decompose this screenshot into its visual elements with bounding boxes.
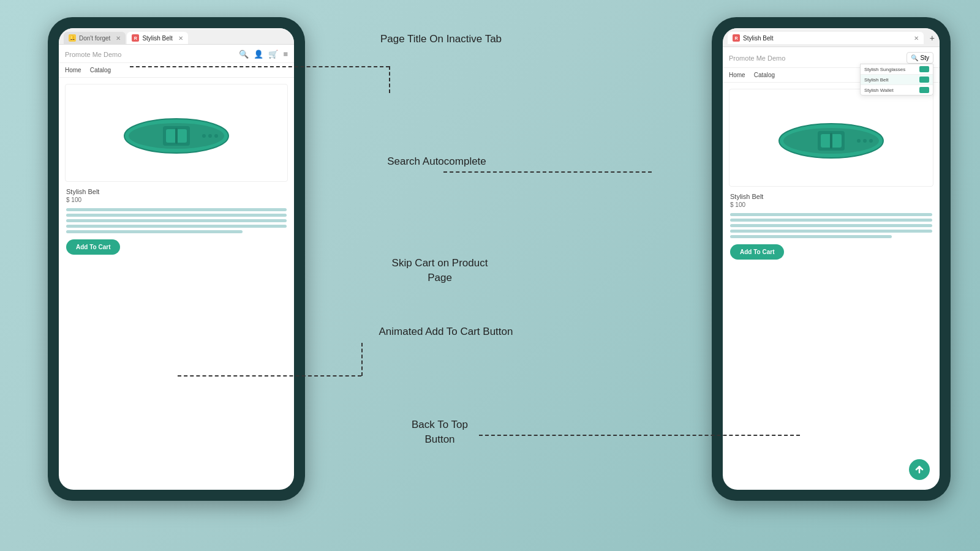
search-current-value: Sty — [921, 54, 929, 61]
new-tab-button[interactable]: + — [930, 33, 935, 43]
left-belt-image — [115, 105, 238, 160]
left-nav-home[interactable]: Home — [65, 67, 81, 73]
left-tab-dont-forget[interactable]: 🔔 Don't forget ✕ — [64, 32, 126, 44]
left-tab2-label: Stylish Belt — [142, 35, 172, 42]
menu-icon[interactable]: ≡ — [283, 50, 288, 59]
wallet-thumb — [919, 87, 929, 93]
left-site-header: Promote Me Demo 🔍 👤 🛒 ≡ — [59, 45, 294, 63]
svg-point-7 — [208, 134, 212, 138]
left-tab1-close[interactable]: ✕ — [113, 35, 121, 42]
annotation-search: Search Autocomplete — [379, 154, 495, 169]
dashed-line-back-to-top — [479, 435, 800, 436]
dashed-line-page-title-v — [389, 66, 390, 93]
left-site-nav: Home Catalog — [59, 63, 294, 78]
left-product-title: Stylish Belt — [66, 188, 287, 195]
right-product-title: Stylish Belt — [730, 193, 932, 200]
left-add-to-cart-button[interactable]: Add To Cart — [66, 239, 120, 255]
dashed-line-add-to-cart-v — [361, 343, 363, 376]
right-tab1-close[interactable]: ✕ — [911, 35, 919, 42]
right-tab1-icon: R — [733, 34, 740, 42]
left-desc-line-2 — [66, 214, 287, 217]
right-site-header: Promote Me Demo 🔍 Sty Stylish Sunglasses… — [723, 47, 940, 68]
right-nav-catalog[interactable]: Catalog — [754, 72, 775, 78]
left-desc-line-3 — [66, 219, 287, 222]
left-tab2-icon: R — [132, 34, 139, 42]
annotation-animated-add: Animated Add To Cart Button — [379, 324, 513, 339]
dashed-line-page-title — [130, 66, 390, 67]
search-icon[interactable]: 🔍 — [239, 50, 249, 59]
right-phone-screen: R Stylish Belt ✕ + Promote Me Demo 🔍 Sty… — [723, 28, 940, 490]
annotation-skip-cart: Skip Cart on Product Page — [379, 256, 501, 285]
annotation-page-title: Page Title On Inactive Tab — [380, 32, 502, 47]
left-desc-line-4 — [66, 225, 287, 228]
left-tabs-row: 🔔 Don't forget ✕ R Stylish Belt ✕ — [64, 32, 289, 44]
left-tab1-icon: 🔔 — [69, 34, 76, 42]
search-input-wrapper: 🔍 Sty — [907, 52, 933, 64]
left-product-info: Stylish Belt $ 100 Add To Cart — [59, 188, 294, 255]
right-product-price: $ 100 — [730, 201, 932, 208]
right-browser-bar: R Stylish Belt ✕ + — [723, 28, 940, 47]
arrow-up-icon — [914, 464, 925, 475]
svg-point-16 — [863, 139, 867, 143]
right-product-info: Stylish Belt $ 100 Add To Cart — [723, 193, 940, 260]
search-suggestion-belt[interactable]: Stylish Belt — [861, 75, 933, 85]
right-phone: R Stylish Belt ✕ + Promote Me Demo 🔍 Sty… — [712, 17, 951, 501]
svg-rect-14 — [830, 133, 832, 149]
left-desc-line-5 — [66, 230, 243, 233]
sunglass-thumb — [919, 66, 929, 72]
belt-thumb — [919, 77, 929, 83]
left-header-icons: 🔍 👤 🛒 ≡ — [239, 50, 288, 59]
right-desc-line-3 — [730, 224, 932, 227]
left-phone-screen: 🔔 Don't forget ✕ R Stylish Belt ✕ Promot… — [59, 28, 294, 490]
left-tab1-label: Don't forget — [79, 35, 110, 42]
svg-point-15 — [857, 139, 861, 143]
right-desc-line-1 — [730, 213, 932, 216]
right-search-bar: 🔍 Sty Stylish Sunglasses Stylish Belt St… — [907, 52, 933, 64]
right-desc-line-4 — [730, 230, 932, 233]
left-product-image-box — [65, 84, 288, 182]
left-desc-lines — [66, 208, 287, 233]
left-browser-bar: 🔔 Don't forget ✕ R Stylish Belt ✕ — [59, 28, 294, 45]
right-product-image-box — [729, 89, 933, 187]
right-nav-home[interactable]: Home — [729, 72, 745, 78]
right-desc-lines — [730, 213, 932, 238]
svg-point-8 — [214, 134, 218, 138]
user-icon[interactable]: 👤 — [254, 50, 263, 59]
dashed-line-search — [443, 171, 652, 173]
right-desc-line-2 — [730, 219, 932, 222]
left-product-price: $ 100 — [66, 197, 287, 203]
right-tabs-row: R Stylish Belt ✕ + — [728, 32, 935, 47]
back-to-top-button[interactable] — [909, 459, 930, 480]
right-site-logo: Promote Me Demo — [729, 54, 785, 62]
right-add-to-cart-button[interactable]: Add To Cart — [730, 244, 784, 260]
left-tab2-close[interactable]: ✕ — [176, 35, 183, 42]
right-tab-stylish-belt[interactable]: R Stylish Belt ✕ — [728, 32, 924, 44]
cart-icon[interactable]: 🛒 — [268, 50, 278, 59]
svg-rect-5 — [175, 128, 178, 144]
svg-point-6 — [202, 134, 206, 138]
svg-point-17 — [869, 139, 873, 143]
right-desc-line-5 — [730, 235, 892, 238]
search-suggestion-wallet[interactable]: Stylish Wallet — [861, 85, 933, 95]
right-belt-image — [770, 110, 892, 165]
left-phone: 🔔 Don't forget ✕ R Stylish Belt ✕ Promot… — [48, 17, 305, 501]
annotation-back-to-top: Back To TopButton — [379, 418, 501, 447]
left-desc-line-1 — [66, 208, 287, 211]
dashed-line-add-to-cart — [178, 375, 361, 377]
left-tab-stylish-belt[interactable]: R Stylish Belt ✕ — [127, 32, 187, 44]
left-nav-catalog[interactable]: Catalog — [90, 67, 111, 73]
left-site-logo: Promote Me Demo — [65, 51, 121, 58]
search-icon-sm: 🔍 — [911, 54, 918, 61]
search-suggestion-sunglasses[interactable]: Stylish Sunglasses — [861, 64, 933, 75]
search-autocomplete-dropdown: Stylish Sunglasses Stylish Belt Stylish … — [860, 64, 933, 96]
right-tab1-label: Stylish Belt — [743, 35, 773, 42]
